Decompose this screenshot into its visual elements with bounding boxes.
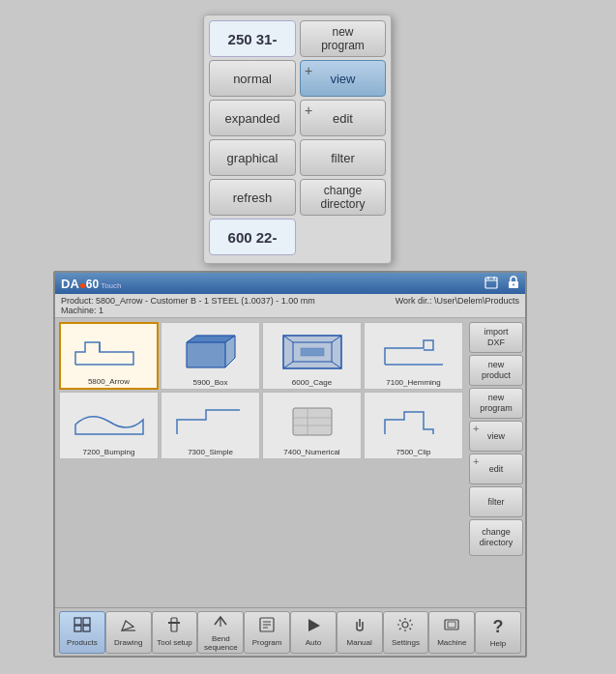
toolbar-bendseq-label: Bend sequence (204, 634, 238, 652)
program-icon (258, 617, 276, 636)
import-dxf-button[interactable]: import DXF (469, 322, 523, 353)
product-label-7300: 7300_Simple (188, 448, 233, 456)
edit-button[interactable]: + edit (300, 100, 386, 136)
bendseq-icon (212, 613, 229, 632)
grid-area: 5800_Arrow (55, 318, 467, 643)
product-cell-6000-cage[interactable]: 6000_Cage (262, 322, 362, 390)
toolbar-auto-button[interactable]: Auto (290, 611, 337, 654)
view-sidebar-plus-icon: + (473, 423, 479, 435)
product-info: Product: 5800_Arrow - Customer B - 1 STE… (61, 296, 315, 315)
number-display-bottom: 600 22- (209, 219, 296, 255)
toolbar-settings-button[interactable]: Settings (383, 611, 429, 654)
toolbar-drawing-button[interactable]: Drawing (105, 611, 152, 654)
toolbar-settings-label: Settings (392, 638, 420, 647)
graphical-button[interactable]: graphical (209, 139, 296, 176)
product-cell-7300-simple[interactable]: 7300_Simple (161, 392, 260, 459)
view-button[interactable]: + view (300, 60, 386, 97)
edit-plus-icon: + (305, 103, 312, 118)
svg-point-41 (402, 622, 408, 628)
refresh-button[interactable]: refresh (209, 179, 296, 216)
drawing-icon (120, 617, 137, 636)
svg-rect-0 (485, 278, 497, 288)
product-cell-5800-arrow[interactable]: 5800_Arrow (59, 322, 159, 390)
toolbar-drawing-label: Drawing (114, 638, 142, 647)
title-bar: DA 60 Touch (55, 273, 525, 294)
product-cell-7200-bumping[interactable]: 7200_Bumping (59, 392, 159, 459)
toolbar-help-label: Help (490, 639, 506, 648)
help-icon: ? (493, 617, 504, 637)
product-cell-5900-box[interactable]: 5900_Box (161, 322, 260, 390)
product-label-5900: 5900_Box (192, 378, 227, 387)
toolbar-program-button[interactable]: Program (244, 611, 290, 654)
new-program-button[interactable]: new program (300, 20, 386, 57)
content-area: 5800_Arrow (55, 318, 525, 643)
toolbar-toolsetup-label: Tool setup (157, 638, 191, 647)
svg-rect-22 (301, 348, 324, 356)
toolbar-machine-label: Machine (437, 638, 466, 647)
filter-button[interactable]: filter (300, 139, 386, 176)
change-directory-button[interactable]: change directory (300, 179, 386, 216)
normal-button[interactable]: normal (209, 60, 296, 97)
edit-sidebar-plus-icon: + (473, 455, 479, 468)
product-image-arrow (63, 326, 155, 377)
product-cell-7100-hemming[interactable]: 7100_Hemming (364, 322, 463, 390)
svg-rect-28 (74, 618, 81, 625)
product-label-7200: 7200_Bumping (83, 448, 135, 456)
main-window: DA 60 Touch Product: 5800_Arrow - Custom… (53, 271, 527, 658)
product-image-box (163, 325, 257, 378)
svg-rect-43 (448, 622, 455, 628)
product-image-clip (367, 395, 460, 448)
view-sidebar-button[interactable]: + view (469, 421, 523, 452)
svg-rect-30 (74, 626, 81, 631)
toolbar-manual-label: Manual (347, 638, 372, 647)
lock-icon (508, 276, 519, 292)
toolbar-bendseq-button[interactable]: Bend sequence (197, 611, 244, 654)
dropdown-panel: 250 31- new program normal + view expand… (203, 15, 392, 264)
work-dir: Work dir.: \User\Delem\Products (396, 296, 519, 315)
toolbar-products-label: Products (67, 638, 98, 647)
toolbar-products-button[interactable]: Products (59, 611, 105, 654)
product-cell-7400-numerical[interactable]: 7400_Numerical (262, 392, 362, 459)
toolbar-machine-button[interactable]: Machine (428, 611, 475, 654)
product-label-7100: 7100_Hemming (386, 378, 440, 387)
product-image-numerical (265, 395, 359, 448)
toolbar-manual-button[interactable]: Manual (337, 611, 383, 654)
da-touch: Touch (101, 281, 121, 290)
sidebar: import DXF new product new program + vie… (467, 318, 525, 643)
svg-rect-42 (445, 620, 458, 630)
auto-icon (305, 617, 322, 636)
settings-icon (396, 617, 414, 636)
bottom-toolbar: Products Drawing Tool setup (55, 607, 525, 656)
toolbar-toolsetup-button[interactable]: Tool setup (152, 611, 198, 654)
product-image-hemming (367, 325, 460, 378)
product-label-7400: 7400_Numerical (283, 448, 339, 456)
number-display-top: 250 31- (209, 20, 296, 57)
svg-marker-40 (308, 619, 320, 631)
product-cell-7500-clip[interactable]: 7500_Clip (364, 392, 463, 459)
product-image-bumping (62, 395, 156, 448)
toolbar-auto-label: Auto (306, 638, 321, 647)
svg-rect-29 (83, 618, 90, 625)
svg-rect-24 (293, 408, 332, 435)
change-directory-sidebar-button[interactable]: change directory (469, 519, 523, 556)
expanded-button[interactable]: expanded (209, 100, 296, 136)
view-plus-icon: + (305, 63, 312, 78)
product-label-6000: 6000_Cage (292, 378, 332, 387)
svg-point-5 (513, 283, 514, 285)
new-program-sidebar-button[interactable]: new program (469, 388, 523, 419)
product-grid: 5800_Arrow (59, 322, 463, 459)
product-image-cage (265, 325, 359, 378)
toolsetup-icon (165, 617, 183, 636)
toolbar-help-button[interactable]: ? Help (475, 611, 521, 654)
edit-sidebar-button[interactable]: + edit (469, 454, 523, 484)
svg-rect-34 (168, 622, 180, 624)
product-label-5800: 5800_Arrow (88, 377, 130, 386)
filter-sidebar-button[interactable]: filter (469, 486, 523, 517)
calendar-icon (484, 276, 498, 292)
da-logo: DA 60 Touch (61, 277, 122, 291)
info-bar: Product: 5800_Arrow - Customer B - 1 STE… (55, 294, 525, 318)
product-image-simple (163, 395, 257, 448)
svg-marker-7 (187, 342, 225, 367)
product-label-7500: 7500_Clip (396, 448, 430, 456)
new-product-button[interactable]: new product (469, 355, 523, 386)
